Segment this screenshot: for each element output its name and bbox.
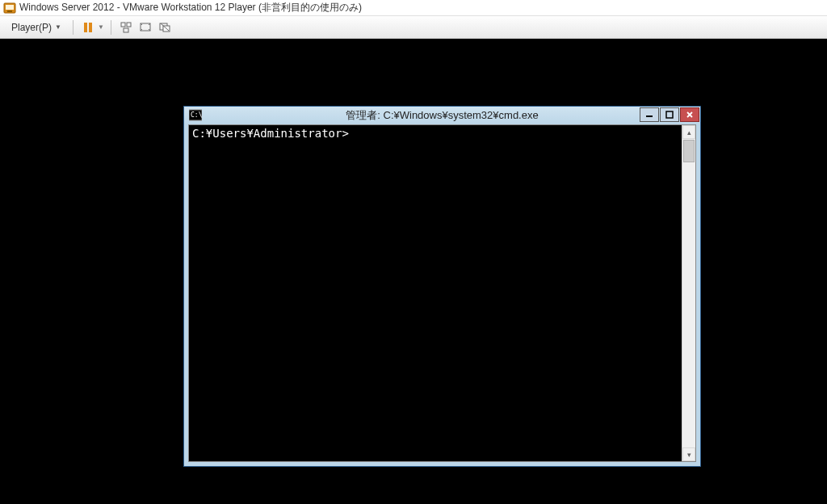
svg-rect-2 [7, 10, 12, 12]
svg-rect-4 [89, 23, 92, 32]
fullscreen-button[interactable] [137, 19, 153, 36]
maximize-button[interactable] [660, 107, 679, 122]
close-button[interactable] [680, 107, 699, 122]
down-arrow-icon: ▾ [687, 451, 691, 459]
cmd-window-controls [640, 107, 700, 123]
svg-rect-7 [124, 28, 128, 32]
cmd-body: C:¥Users¥Administrator> ▴ ▾ [188, 124, 696, 462]
cmd-titlebar[interactable]: C:\ 管理者: C:¥Windows¥system32¥cmd.exe [184, 107, 700, 124]
toolbar-separator [73, 20, 73, 35]
scroll-up-button[interactable]: ▴ [682, 125, 695, 139]
cmd-window[interactable]: C:\ 管理者: C:¥Windows¥system32¥cmd.exe C:¥… [183, 106, 701, 467]
scrollbar-thumb[interactable] [683, 140, 695, 162]
dropdown-icon: ▼ [55, 23, 61, 31]
vmware-app-icon [3, 2, 16, 15]
player-menu-label: Player(P) [11, 22, 52, 33]
cmd-title-text: 管理者: C:¥Windows¥system32¥cmd.exe [184, 108, 700, 123]
scrollbar-track[interactable] [682, 163, 695, 447]
svg-rect-5 [121, 23, 125, 27]
svg-rect-6 [127, 23, 131, 27]
scroll-down-button[interactable]: ▾ [682, 447, 695, 461]
cmd-terminal[interactable]: C:¥Users¥Administrator> [189, 125, 682, 461]
player-menu[interactable]: Player(P) ▼ [6, 20, 66, 35]
svg-text:C:\: C:\ [191, 111, 202, 119]
cmd-icon: C:\ [189, 109, 202, 122]
cmd-scrollbar[interactable]: ▴ ▾ [682, 125, 695, 461]
cmd-prompt-line: C:¥Users¥Administrator> [192, 127, 349, 140]
send-ctrl-alt-del-button[interactable] [118, 19, 134, 36]
svg-rect-3 [84, 23, 87, 32]
vmware-title-text: Windows Server 2012 - VMware Workstation… [19, 1, 362, 15]
vmware-titlebar: Windows Server 2012 - VMware Workstation… [0, 0, 827, 16]
svg-rect-15 [666, 111, 673, 118]
svg-rect-1 [6, 5, 14, 10]
dropdown-icon[interactable]: ▼ [98, 23, 104, 31]
vmware-toolbar: Player(P) ▼ ▼ [0, 16, 827, 39]
vm-display-area[interactable]: C:\ 管理者: C:¥Windows¥system32¥cmd.exe C:¥… [0, 39, 827, 504]
unity-button[interactable] [157, 19, 173, 36]
toolbar-separator [111, 20, 111, 35]
pause-button[interactable] [80, 19, 96, 36]
up-arrow-icon: ▴ [687, 128, 691, 136]
minimize-button[interactable] [640, 107, 659, 122]
